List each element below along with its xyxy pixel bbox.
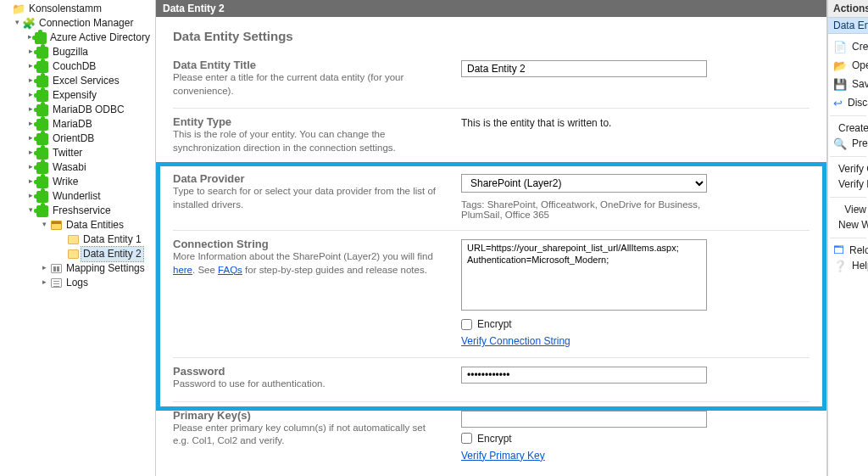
encrypt-label: Encrypt bbox=[477, 318, 512, 330]
form-scroll-area[interactable]: Data Entity Settings Data Entity Title P… bbox=[156, 17, 826, 476]
field-label: Connection String bbox=[173, 238, 444, 250]
box-icon bbox=[51, 221, 62, 230]
connection-string-textarea[interactable]: URL=https://your_sharepoint_list_url/All… bbox=[461, 239, 707, 311]
tree-root[interactable]: 📁Konsolenstamm bbox=[0, 2, 155, 16]
reload-icon bbox=[833, 244, 844, 257]
action-open-folder[interactable]: Open Connection Folder bbox=[830, 56, 866, 75]
field-label: Data Provider bbox=[173, 172, 444, 185]
help-icon bbox=[833, 259, 847, 272]
tree-entity-2[interactable]: Data Entity 2 bbox=[0, 247, 155, 261]
puzzle-icon bbox=[36, 148, 48, 160]
field-description: Please enter primary key column(s) if no… bbox=[173, 422, 444, 448]
action-discard[interactable]: Discard Changes bbox=[830, 93, 866, 112]
puzzle-icon bbox=[36, 176, 48, 188]
puzzle-icon bbox=[36, 61, 48, 73]
open-folder-icon bbox=[833, 59, 847, 72]
puzzle-icon bbox=[36, 119, 48, 131]
puzzle-icon bbox=[36, 205, 48, 217]
action-create-dynamic[interactable]: Create Dynamic Columns bbox=[830, 115, 866, 134]
tree-connection[interactable]: Wasabi bbox=[0, 160, 155, 175]
action-verify-conn[interactable]: Verify Connection bbox=[830, 156, 866, 175]
field-description: Please enter a title for the current dat… bbox=[173, 71, 444, 98]
folder-icon: 📁 bbox=[12, 3, 25, 16]
expander-icon[interactable] bbox=[39, 275, 49, 289]
faqs-link[interactable]: FAQs bbox=[218, 265, 242, 275]
manager-icon: 🧩 bbox=[22, 17, 36, 31]
field-data-provider: Data Provider Type to search for or sele… bbox=[173, 165, 810, 231]
tree-data-entities[interactable]: Data Entities bbox=[0, 218, 155, 232]
action-view[interactable]: View bbox=[830, 197, 866, 216]
puzzle-icon bbox=[36, 162, 48, 174]
tree-connection[interactable]: MariaDB bbox=[0, 117, 155, 132]
field-primary-key: Primary Key(s) Please enter primary key … bbox=[173, 402, 810, 472]
tree-connection[interactable]: Azure Active Directory bbox=[0, 31, 155, 45]
tree-connection[interactable]: CouchDB bbox=[0, 59, 155, 74]
tree-connection[interactable]: OrientDB bbox=[0, 132, 155, 146]
tree-connection[interactable]: Bugzilla bbox=[0, 45, 155, 59]
action-preview[interactable]: Preview Data bbox=[830, 134, 866, 153]
tree-entity-1[interactable]: Data Entity 1 bbox=[0, 232, 155, 247]
provider-tags: Tags: SharePoint, Officeatwork, OneDrive… bbox=[461, 199, 707, 220]
navigation-tree: 📁Konsolenstamm 🧩Connection Manager Azure… bbox=[0, 0, 156, 476]
tree-connection[interactable]: Twitter bbox=[0, 146, 155, 160]
save-icon bbox=[833, 77, 847, 91]
tree-connection[interactable]: Excel Services bbox=[0, 74, 155, 88]
field-description: This is the role of your entity. You can… bbox=[173, 128, 444, 154]
new-file-icon bbox=[833, 40, 847, 53]
tree-connection[interactable]: Wunderlist bbox=[0, 189, 155, 204]
field-description: Type to search for or select your data p… bbox=[173, 185, 444, 211]
puzzle-icon bbox=[36, 76, 48, 87]
field-label: Data Entity Title bbox=[173, 59, 444, 71]
primary-key-input[interactable] bbox=[461, 411, 707, 428]
actions-selected-item: Data Entity 2 bbox=[828, 18, 868, 34]
expander-icon[interactable] bbox=[39, 260, 49, 275]
data-provider-select[interactable]: SharePoint (Layer2) bbox=[461, 174, 707, 193]
field-description: More Information about the SharePoint (L… bbox=[173, 250, 444, 277]
entity-icon bbox=[68, 235, 79, 244]
tree-connection[interactable]: MariaDB ODBC bbox=[0, 103, 155, 117]
actions-header: Actions bbox=[828, 0, 868, 18]
entity-type-value: This is the entity that is written to. bbox=[461, 117, 810, 129]
main-panel: Data Entity 2 Data Entity Settings Data … bbox=[156, 0, 827, 476]
action-verify-dynamic[interactable]: Verify Dynamic Columns bbox=[830, 175, 866, 193]
panel-title: Data Entity 2 bbox=[156, 0, 826, 17]
action-save[interactable]: Save Changes bbox=[830, 75, 866, 93]
password-input[interactable] bbox=[461, 367, 707, 384]
actions-pane: Actions Data Entity 2 Create New Connect… bbox=[827, 0, 868, 476]
puzzle-icon bbox=[35, 32, 47, 44]
tree-connection[interactable]: Wrike bbox=[0, 175, 155, 189]
puzzle-icon bbox=[36, 47, 48, 59]
field-entity-type: Entity Type This is the role of your ent… bbox=[173, 109, 810, 165]
logs-icon bbox=[51, 278, 62, 288]
action-create-new[interactable]: Create New Connection bbox=[830, 37, 866, 56]
field-entity-title: Data Entity Title Please enter a title f… bbox=[173, 52, 810, 109]
encrypt-pk-checkbox[interactable] bbox=[461, 433, 472, 444]
encrypt-connection-checkbox[interactable] bbox=[461, 319, 472, 330]
action-new-window[interactable]: New Window from Here bbox=[830, 216, 866, 234]
puzzle-icon bbox=[36, 104, 48, 116]
discard-icon bbox=[833, 96, 843, 109]
verify-connection-string-link[interactable]: Verify Connection String bbox=[461, 335, 570, 347]
field-connection-string: Connection String More Information about… bbox=[173, 231, 810, 358]
verify-primary-key-link[interactable]: Verify Primary Key bbox=[461, 450, 545, 462]
tree-mapping-settings[interactable]: Mapping Settings bbox=[0, 261, 155, 276]
puzzle-icon bbox=[36, 133, 48, 145]
section-title: Data Entity Settings bbox=[173, 29, 810, 43]
tree-connection-open[interactable]: Freshservice bbox=[0, 204, 155, 218]
action-help[interactable]: Help bbox=[830, 256, 866, 275]
field-password: Password Password to use for authenticat… bbox=[173, 358, 810, 402]
here-link[interactable]: here bbox=[173, 265, 192, 275]
blank-icon bbox=[833, 203, 839, 216]
expander-icon[interactable] bbox=[39, 217, 49, 232]
entity-title-input[interactable] bbox=[461, 60, 707, 77]
entity-icon bbox=[68, 249, 79, 259]
field-description: Password to use for authentication. bbox=[173, 378, 444, 391]
tree-logs[interactable]: Logs bbox=[0, 276, 155, 290]
puzzle-icon bbox=[36, 191, 48, 203]
expander-icon[interactable] bbox=[12, 15, 22, 30]
encrypt-label: Encrypt bbox=[477, 433, 512, 445]
tree-connection[interactable]: Expensify bbox=[0, 88, 155, 103]
action-reload[interactable]: Reload Connections bbox=[830, 238, 866, 256]
tree-connection-manager[interactable]: 🧩Connection Manager bbox=[0, 16, 155, 31]
field-label: Entity Type bbox=[173, 115, 444, 128]
